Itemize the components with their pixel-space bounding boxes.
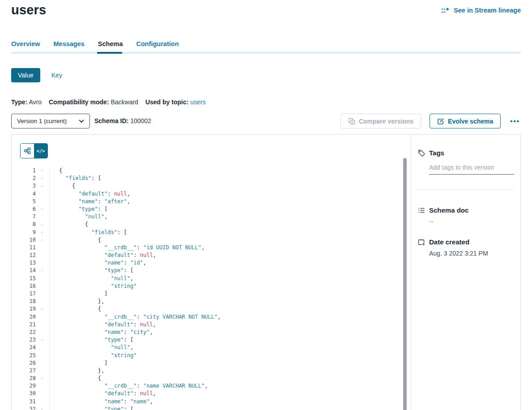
fold-toggle-icon[interactable]: ▾ (39, 221, 49, 228)
code-text: "__crdb__": "name VARCHAR NULL", (49, 382, 208, 390)
code-line: 5"name": "after", (12, 198, 411, 205)
fold-toggle-icon[interactable]: ▾ (39, 236, 49, 244)
value-toggle-button[interactable]: Value (11, 68, 40, 82)
code-line: 20"__crdb__": "city VARCHAR NOT NULL", (12, 313, 411, 321)
fold-toggle-icon[interactable]: ▾ (39, 229, 49, 236)
version-bar: Version 1 (current) Schema ID: 100002 Co… (11, 114, 521, 129)
code-line: 11"__crdb__": "id UUID NOT NULL", (12, 244, 411, 252)
tab-messages[interactable]: Messages (54, 40, 85, 47)
editor-view-toggle: </> (20, 143, 48, 158)
line-number: 26 (12, 359, 39, 367)
fold-toggle-icon[interactable]: ▾ (39, 182, 49, 190)
code-view-button[interactable]: </> (34, 144, 47, 158)
code-text: "null", (49, 275, 133, 282)
fold-toggle-icon[interactable]: ▾ (39, 336, 49, 344)
code-text: "default": null, (49, 190, 130, 198)
compare-versions-button[interactable]: Compare versions (340, 114, 421, 128)
type-field: Type: Avro (11, 98, 42, 106)
used-by-topic-field: Used by topic: users (145, 98, 206, 106)
editor-scrollbar[interactable] (403, 158, 407, 410)
key-toggle-button[interactable]: Key (51, 72, 62, 79)
code-text: ] (49, 290, 107, 298)
tree-view-icon (24, 147, 31, 154)
schema-details-sidebar: Tags Schema doc -- (411, 135, 520, 410)
schema-part-toggle: Value Key (11, 68, 62, 82)
line-number: 19 (12, 305, 39, 313)
code-text: "default": null, (49, 252, 156, 259)
code-text: "fields": [ (49, 229, 127, 236)
code-line: 21"default": null, (12, 321, 411, 329)
evolve-schema-button[interactable]: Evolve schema (430, 114, 501, 128)
code-text: { (49, 236, 101, 244)
tab-bar: Overview Messages Schema Configuration (11, 40, 179, 47)
sidebar-divider (418, 189, 514, 190)
code-line: 1▾{ (12, 167, 411, 175)
schema-doc-heading: Schema doc (418, 206, 514, 214)
code-text: "type": [ (49, 267, 133, 274)
schema-id-label: Schema ID: (94, 117, 128, 124)
tab-overview[interactable]: Overview (11, 40, 40, 47)
code-line: 31"name": "name", (12, 398, 411, 406)
code-text: "null", (49, 213, 107, 221)
code-line: 10▾{ (12, 236, 411, 244)
fold-toggle-icon[interactable]: ▾ (39, 167, 49, 175)
fold-spacer (39, 259, 49, 267)
code-line: 17] (12, 290, 411, 298)
more-options-button[interactable]: ••• (509, 117, 521, 125)
line-number: 29 (12, 382, 39, 390)
fold-spacer (39, 359, 49, 367)
line-number: 6 (12, 205, 39, 213)
tab-configuration[interactable]: Configuration (136, 40, 179, 47)
evolve-schema-label: Evolve schema (448, 118, 493, 125)
fold-toggle-icon[interactable]: ▾ (39, 375, 49, 382)
compare-icon (348, 118, 355, 125)
tree-view-button[interactable] (21, 144, 34, 158)
topic-link[interactable]: users (190, 98, 205, 106)
code-text: "name": "name", (49, 398, 153, 406)
line-number: 1 (12, 167, 39, 175)
line-number: 11 (12, 244, 39, 252)
fold-toggle-icon[interactable]: ▾ (39, 305, 49, 313)
fold-spacer (39, 367, 49, 375)
fold-spacer (39, 390, 49, 397)
code-view-icon: </> (37, 149, 45, 154)
tab-schema[interactable]: Schema (98, 40, 123, 47)
code-line: 19▾{ (12, 305, 411, 313)
used-by-topic-label: Used by topic: (145, 98, 188, 106)
code-lines: 1▾{2▾"fields": [3▾{4"default": null,5"na… (12, 167, 411, 410)
code-line: 23▾"type": [ (12, 336, 411, 344)
fold-spacer (39, 190, 49, 198)
schema-content-panel: </> 1▾{2▾"fields": [3▾{4"default": null,… (11, 134, 521, 410)
stream-lineage-label: See in Stream lineage (454, 7, 521, 14)
tab-active-indicator (97, 52, 122, 54)
code-line: 26] (12, 359, 411, 367)
fold-spacer (39, 213, 49, 221)
code-text: { (49, 182, 75, 190)
fold-toggle-icon[interactable]: ▾ (39, 175, 49, 182)
schema-doc-value: -- (429, 218, 514, 225)
code-text: }, (49, 298, 104, 305)
line-number: 27 (12, 367, 39, 375)
code-line: 3▾{ (12, 182, 411, 190)
code-line: 14▾"type": [ (12, 267, 411, 274)
compatibility-field: Compatibility mode: Backward (49, 98, 138, 106)
fold-toggle-icon[interactable]: ▾ (39, 205, 49, 213)
date-created-heading-label: Date created (429, 238, 469, 246)
date-created-value: Aug. 3 2022 3:21 PM (429, 250, 514, 257)
code-text: "null", (49, 344, 133, 351)
code-text: "name": "city", (49, 329, 153, 336)
version-select[interactable]: Version 1 (current) (11, 114, 90, 128)
fold-spacer (39, 344, 49, 351)
stream-lineage-link[interactable]: See in Stream lineage (441, 7, 521, 14)
code-editor-pane[interactable]: 1▾{2▾"fields": [3▾{4"default": null,5"na… (12, 167, 411, 410)
line-number: 32 (12, 406, 39, 410)
code-text: "__crdb__": "id UUID NOT NULL", (49, 244, 204, 252)
line-number: 13 (12, 259, 39, 267)
fold-toggle-icon[interactable]: ▾ (39, 267, 49, 274)
code-text: "type": [ (49, 406, 133, 410)
code-line: 24"null", (12, 344, 411, 351)
add-tags-input[interactable] (429, 163, 514, 175)
line-number: 25 (12, 352, 39, 359)
fold-spacer (39, 329, 49, 336)
fold-toggle-icon[interactable]: ▾ (39, 406, 49, 410)
